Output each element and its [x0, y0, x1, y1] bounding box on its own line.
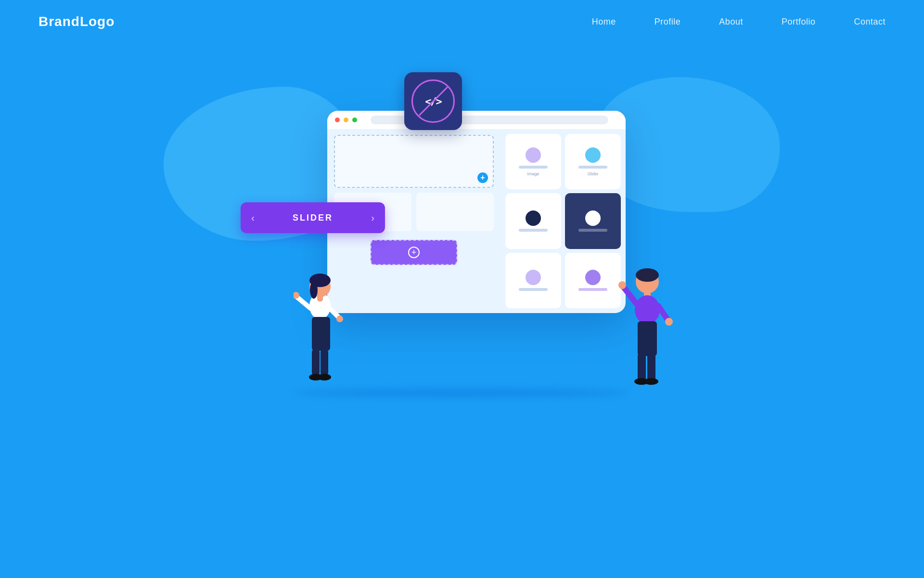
brand-logo[interactable]: BrandLogo [38, 14, 115, 29]
dot-yellow [344, 118, 348, 122]
slider-right-arrow[interactable]: › [371, 212, 374, 223]
card-4-dark [565, 193, 621, 249]
dot-green [352, 118, 357, 122]
card-line-4 [578, 229, 607, 232]
card-3 [505, 193, 561, 249]
slider-label: SLIDER [293, 213, 333, 223]
purple-add-button[interactable]: + [371, 240, 457, 265]
laptop-right-panel: Image Slider [500, 129, 626, 313]
svg-point-19 [618, 281, 626, 289]
card-line-1 [519, 166, 548, 169]
svg-point-21 [665, 318, 673, 326]
card-line-2 [578, 166, 607, 169]
nav-about[interactable]: About [719, 17, 743, 26]
purple-plus-icon: + [408, 247, 420, 258]
svg-rect-23 [638, 353, 646, 381]
card-label-slider: Slider [587, 171, 598, 176]
card-circle-purple [526, 147, 541, 163]
svg-point-26 [644, 378, 658, 385]
svg-point-8 [336, 315, 343, 322]
card-circle-violet [585, 270, 601, 285]
add-plus-icon: + [477, 172, 488, 183]
nav-profile[interactable]: Profile [654, 17, 681, 26]
svg-line-5 [296, 296, 310, 308]
card-5 [505, 253, 561, 308]
svg-line-18 [623, 287, 636, 303]
card-slider: Slider [565, 134, 621, 189]
person-left [294, 255, 346, 390]
slider-left-arrow[interactable]: ‹ [251, 212, 255, 223]
card-label-image: Image [527, 171, 539, 176]
slider-dashed-box: + [334, 135, 494, 188]
dot-red [335, 118, 340, 122]
illustration: </> + + [279, 63, 645, 400]
svg-rect-24 [647, 353, 655, 381]
nav-contact[interactable]: Contact [854, 17, 886, 26]
svg-rect-4 [317, 295, 323, 302]
card-line-3 [519, 229, 548, 232]
laptop-header [327, 111, 626, 129]
svg-point-3 [310, 281, 318, 299]
card-circle-dark [526, 210, 541, 226]
navbar: BrandLogo Home Profile About Portfolio C… [0, 0, 924, 43]
nav-home[interactable]: Home [592, 17, 616, 26]
code-brackets-text: </> [425, 95, 441, 107]
code-icon-circle: </> [411, 79, 455, 123]
svg-point-13 [318, 374, 331, 381]
svg-rect-11 [321, 349, 328, 376]
small-box-2 [416, 193, 494, 231]
svg-point-17 [635, 295, 660, 324]
svg-rect-22 [638, 321, 657, 356]
nav-portfolio[interactable]: Portfolio [782, 17, 816, 26]
card-line-5 [519, 288, 548, 291]
card-circle-lavender [526, 270, 541, 285]
card-circle-blue [585, 147, 601, 163]
card-circle-white [585, 210, 601, 226]
person-right [616, 253, 674, 393]
card-line-6 [578, 288, 607, 291]
svg-line-20 [658, 306, 668, 320]
card-image: Image [505, 134, 561, 189]
svg-rect-10 [312, 349, 320, 376]
code-icon-badge: </> [404, 72, 462, 130]
card-6 [565, 253, 621, 308]
svg-point-15 [636, 268, 659, 282]
nav-links: Home Profile About Portfolio Contact [592, 17, 886, 27]
slider-widget[interactable]: ‹ SLIDER › [241, 202, 385, 233]
svg-rect-9 [312, 317, 330, 351]
